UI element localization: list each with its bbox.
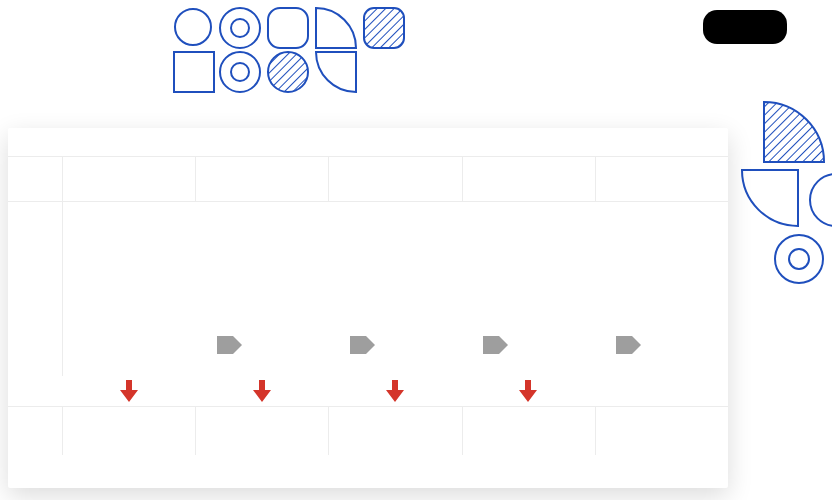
svg-point-8 <box>231 63 249 81</box>
deco-donut-3 <box>772 232 826 286</box>
flow-arrow-0 <box>217 336 233 354</box>
funnel-chart <box>8 202 728 376</box>
deco-hatched-circle <box>266 50 310 94</box>
bar-col-1 <box>196 202 329 376</box>
legend-swatch-progression <box>51 138 61 148</box>
report-header <box>703 10 787 44</box>
dropoff-cart-abandon[interactable] <box>328 407 461 455</box>
flow-arrow-3 <box>616 336 632 354</box>
deco-donut-2 <box>218 50 262 94</box>
legend-abandonments <box>82 138 97 148</box>
arrow-down-icon <box>253 380 271 402</box>
funnel-report-card <box>8 128 728 488</box>
plot-area <box>62 202 728 376</box>
deco-donut <box>218 6 262 50</box>
svg-point-2 <box>231 19 249 37</box>
deco-leaf-2 <box>314 50 358 94</box>
bar-col-4 <box>595 202 728 376</box>
deco-hatched-leaf <box>762 100 826 164</box>
deco-circle-outline <box>172 6 214 48</box>
funnel-stages-row <box>8 156 728 202</box>
svg-point-1 <box>220 8 260 48</box>
deco-leaf-3 <box>740 168 800 228</box>
legend-sessions <box>20 138 35 148</box>
chart-legend <box>8 138 728 156</box>
legend-swatch-sessions <box>20 138 30 148</box>
legend-swatch-abandonments <box>82 138 92 148</box>
flow-arrow-2 <box>483 336 499 354</box>
legend-progression <box>51 138 66 148</box>
arrow-down-icon <box>519 380 537 402</box>
deco-leaf <box>314 6 358 50</box>
dropoff-no-shopping[interactable] <box>62 407 195 455</box>
deco-hatched-square <box>362 6 406 50</box>
stage-all-sessions[interactable] <box>62 157 195 201</box>
dropoff-no-cart[interactable] <box>195 407 328 455</box>
stage-checkout[interactable] <box>462 157 595 201</box>
svg-point-14 <box>789 249 809 269</box>
svg-point-10 <box>268 52 308 92</box>
y-axis <box>8 202 62 376</box>
svg-point-12 <box>810 174 832 226</box>
dropoff-arrow <box>62 376 195 406</box>
svg-rect-6 <box>174 52 214 92</box>
dropoff-arrow <box>195 376 328 406</box>
arrow-down-icon <box>120 380 138 402</box>
dropoff-arrow <box>328 376 461 406</box>
bar-col-2 <box>329 202 462 376</box>
bar-col-3 <box>462 202 595 376</box>
svg-point-0 <box>175 9 211 45</box>
dropoff-row <box>8 406 728 455</box>
deco-circle-partial <box>800 170 832 230</box>
deco-square <box>172 50 216 94</box>
svg-point-7 <box>220 52 260 92</box>
svg-rect-5 <box>364 8 404 48</box>
stage-transactions[interactable] <box>595 157 728 201</box>
deco-rounded-square <box>266 6 310 50</box>
svg-rect-3 <box>268 8 308 48</box>
arrow-down-icon <box>386 380 404 402</box>
stage-product-views[interactable] <box>195 157 328 201</box>
svg-point-13 <box>775 235 823 283</box>
flow-arrow-1 <box>350 336 366 354</box>
dropoff-arrow <box>462 376 595 406</box>
dropoff-checkout-abandon[interactable] <box>462 407 595 455</box>
bar-col-0 <box>63 202 196 376</box>
stage-add-to-cart[interactable] <box>328 157 461 201</box>
dropoff-arrows-row <box>8 376 728 406</box>
